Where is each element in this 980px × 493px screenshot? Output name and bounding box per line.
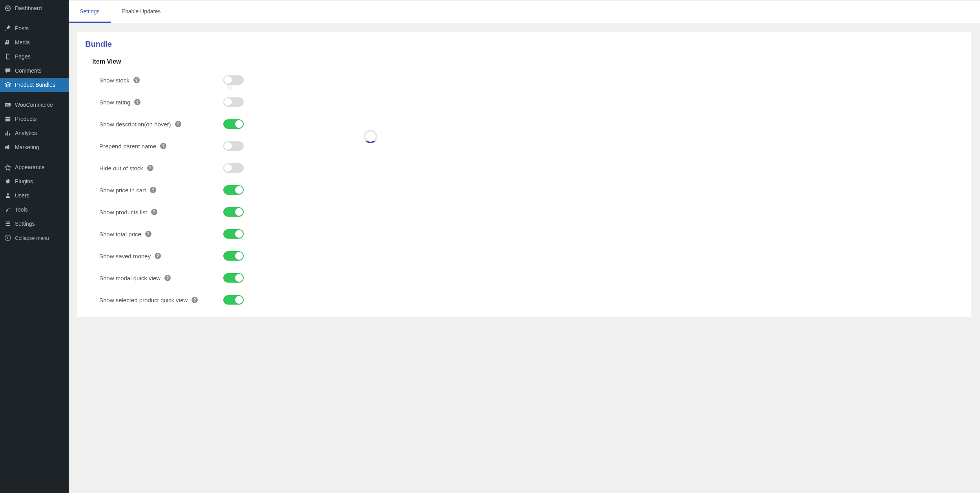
media-icon bbox=[4, 38, 12, 46]
setting-label: Prepend parent name? bbox=[99, 143, 223, 150]
setting-label-text: Show saved money bbox=[99, 253, 151, 259]
sidebar-item-label: Tools bbox=[15, 206, 28, 213]
loading-spinner bbox=[364, 130, 377, 143]
comment-icon bbox=[4, 67, 12, 75]
toggle-switch[interactable] bbox=[223, 75, 244, 85]
toggle-knob bbox=[224, 164, 232, 172]
sidebar-item-label: Settings bbox=[15, 221, 35, 227]
toggle-switch[interactable] bbox=[223, 119, 244, 129]
admin-sidebar: Dashboard Posts Media Pages Comments Pro… bbox=[0, 0, 69, 493]
sidebar-item-settings[interactable]: Settings bbox=[0, 217, 69, 231]
setting-label-text: Show modal quick view bbox=[99, 275, 161, 281]
setting-label-text: Show stock bbox=[99, 77, 130, 84]
help-icon[interactable]: ? bbox=[150, 187, 156, 193]
setting-row: Show selected product quick view? bbox=[99, 295, 964, 305]
sidebar-item-label: Pages bbox=[15, 53, 31, 60]
toggle-knob bbox=[235, 186, 243, 194]
sidebar-item-label: Dashboard bbox=[15, 5, 42, 11]
setting-row: Show total price? bbox=[99, 229, 964, 239]
setting-row: Show description(on hover)? bbox=[99, 119, 964, 129]
setting-label: Show selected product quick view? bbox=[99, 297, 223, 303]
help-icon[interactable]: ? bbox=[164, 275, 171, 281]
toggle-switch[interactable] bbox=[223, 295, 244, 305]
toggle-switch[interactable] bbox=[223, 207, 244, 217]
setting-label-text: Show description(on hover) bbox=[99, 121, 171, 128]
sidebar-item-dashboard[interactable]: Dashboard bbox=[0, 1, 69, 15]
collapse-label: Collapse menu bbox=[15, 235, 49, 241]
subsection-title: Item View bbox=[92, 58, 964, 65]
sidebar-item-label: Marketing bbox=[15, 144, 39, 150]
woo-icon: Woo bbox=[4, 101, 12, 109]
sidebar-item-plugins[interactable]: Plugins bbox=[0, 174, 69, 188]
sidebar-item-label: Posts bbox=[15, 25, 29, 31]
sidebar-item-appearance[interactable]: Appearance bbox=[0, 160, 69, 174]
setting-label-text: Hide out of stock bbox=[99, 165, 143, 172]
toggle-knob bbox=[224, 98, 232, 106]
sidebar-item-tools[interactable]: Tools bbox=[0, 203, 69, 217]
sidebar-item-posts[interactable]: Posts bbox=[0, 21, 69, 35]
toggle-knob bbox=[235, 230, 243, 238]
svg-point-3 bbox=[7, 194, 9, 195]
sidebar-item-users[interactable]: Users bbox=[0, 188, 69, 203]
sidebar-item-woocommerce[interactable]: Woo WooCommerce bbox=[0, 98, 69, 112]
main-area: Settings Enable Updates Bundle Item View… bbox=[69, 0, 980, 493]
content-panel: Bundle Item View Show stock?Show rating?… bbox=[77, 32, 971, 317]
sidebar-item-pages[interactable]: Pages bbox=[0, 49, 69, 64]
setting-label: Show modal quick view? bbox=[99, 275, 223, 281]
appearance-icon bbox=[4, 163, 12, 171]
svg-point-5 bbox=[6, 223, 7, 225]
svg-point-7 bbox=[5, 235, 11, 241]
toggle-switch[interactable] bbox=[223, 141, 244, 151]
setting-row: Show saved money? bbox=[99, 251, 964, 261]
page-icon bbox=[4, 53, 12, 60]
sidebar-item-product-bundles[interactable]: Product Bundles bbox=[0, 78, 69, 92]
toggle-switch[interactable] bbox=[223, 229, 244, 239]
sidebar-item-label: Plugins bbox=[15, 178, 33, 184]
setting-label-text: Show rating bbox=[99, 99, 130, 106]
toggle-knob bbox=[224, 142, 232, 150]
setting-label: Hide out of stock? bbox=[99, 165, 223, 172]
setting-label: Show saved money? bbox=[99, 253, 223, 259]
toggle-switch[interactable] bbox=[223, 251, 244, 261]
help-icon[interactable]: ? bbox=[147, 165, 153, 171]
layers-icon bbox=[4, 81, 12, 89]
tab-enable-updates[interactable]: Enable Updates bbox=[111, 1, 172, 23]
sidebar-item-media[interactable]: Media bbox=[0, 35, 69, 49]
setting-label: Show products list? bbox=[99, 209, 223, 215]
settings-icon bbox=[4, 220, 12, 228]
sidebar-item-marketing[interactable]: Marketing bbox=[0, 140, 69, 154]
setting-label-text: Show total price bbox=[99, 231, 141, 237]
svg-text:Woo: Woo bbox=[5, 104, 10, 106]
sidebar-item-label: Appearance bbox=[15, 164, 45, 170]
sidebar-item-comments[interactable]: Comments bbox=[0, 64, 69, 78]
sidebar-item-label: WooCommerce bbox=[15, 102, 53, 108]
svg-point-0 bbox=[7, 7, 9, 9]
settings-list: Show stock?Show rating?Show description(… bbox=[85, 75, 964, 305]
help-icon[interactable]: ? bbox=[151, 209, 157, 215]
products-icon bbox=[4, 115, 12, 123]
collapse-icon bbox=[4, 234, 12, 242]
toggle-switch[interactable] bbox=[223, 185, 244, 195]
toggle-switch[interactable] bbox=[223, 273, 244, 283]
decorative-dot bbox=[227, 85, 232, 90]
help-icon[interactable]: ? bbox=[145, 231, 151, 237]
help-icon[interactable]: ? bbox=[192, 297, 198, 303]
collapse-menu[interactable]: Collapse menu bbox=[0, 231, 69, 245]
help-icon[interactable]: ? bbox=[133, 77, 140, 83]
sidebar-item-label: Users bbox=[15, 192, 29, 199]
toggle-knob bbox=[224, 76, 232, 84]
toggle-switch[interactable] bbox=[223, 97, 244, 107]
tab-settings[interactable]: Settings bbox=[69, 1, 111, 23]
toggle-switch[interactable] bbox=[223, 163, 244, 173]
help-icon[interactable]: ? bbox=[155, 253, 161, 259]
help-icon[interactable]: ? bbox=[160, 143, 166, 149]
help-icon[interactable]: ? bbox=[134, 99, 141, 105]
sidebar-item-products[interactable]: Products bbox=[0, 112, 69, 126]
sidebar-item-analytics[interactable]: Analytics bbox=[0, 126, 69, 140]
setting-row: Show price in cart? bbox=[99, 185, 964, 195]
sidebar-item-label: Products bbox=[15, 116, 36, 122]
help-icon[interactable]: ? bbox=[175, 121, 181, 127]
section-title: Bundle bbox=[85, 40, 964, 49]
sidebar-item-label: Analytics bbox=[15, 130, 37, 136]
sidebar-item-label: Comments bbox=[15, 68, 42, 74]
